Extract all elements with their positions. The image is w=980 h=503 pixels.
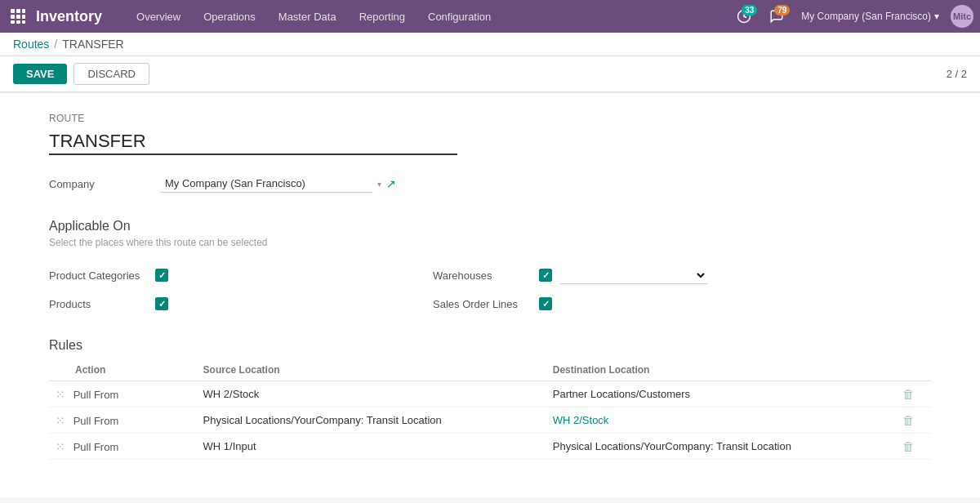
main-content: Route Company My Company (San Francisco)… [0, 92, 980, 497]
nav-operations[interactable]: Operations [194, 7, 265, 26]
rule-delete-cell: 🗑 [896, 434, 931, 460]
products-label: Products [49, 298, 147, 310]
applicable-on-subtitle: Select the places where this route can b… [49, 237, 931, 248]
col-header-action: Action [49, 359, 197, 381]
svg-rect-5 [22, 15, 25, 19]
col-header-actions [896, 359, 931, 381]
products-row: Products [49, 296, 400, 312]
app-title: Inventory [36, 8, 102, 25]
warehouse-dropdown[interactable] [560, 266, 707, 284]
chat-badge-button[interactable]: 79 [764, 5, 790, 28]
sales-order-lines-label: Sales Order Lines [433, 298, 531, 310]
product-categories-checkbox[interactable] [155, 269, 168, 282]
company-external-link-icon[interactable]: ↗ [386, 177, 396, 190]
rule-action[interactable]: Pull From [74, 441, 119, 453]
route-field-group: Route [49, 113, 931, 155]
company-select-arrow-icon: ▾ [377, 180, 381, 189]
delete-rule-icon[interactable]: 🗑 [902, 387, 915, 401]
clock-badge-button[interactable]: 33 [731, 5, 757, 28]
svg-rect-6 [11, 20, 15, 24]
nav-configuration[interactable]: Configuration [418, 7, 501, 26]
record-nav: 2 / 2 [947, 68, 967, 80]
rule-drag-action-cell: ⁙ Pull From [49, 407, 197, 434]
company-dropdown-icon: ▾ [934, 11, 939, 22]
warehouses-checkbox[interactable] [539, 269, 552, 282]
breadcrumb-current: TRANSFER [62, 38, 123, 51]
rules-title: Rules [49, 338, 931, 353]
user-avatar[interactable]: Mitc [951, 5, 973, 28]
drag-handle-icon[interactable]: ⁙ [56, 414, 65, 427]
col-header-source: Source Location [197, 359, 546, 381]
nav-right: 33 79 My Company (San Francisco) ▾ Mitc [731, 5, 973, 28]
rule-source-location: WH 2/Stock [197, 381, 546, 407]
delete-rule-icon[interactable]: 🗑 [902, 439, 915, 453]
svg-rect-3 [11, 15, 15, 19]
company-select[interactable]: My Company (San Francisco) [160, 175, 372, 193]
svg-rect-7 [16, 20, 20, 24]
rule-delete-cell: 🗑 [896, 381, 931, 407]
table-row: ⁙ Pull From Physical Locations/YourCompa… [49, 407, 931, 434]
svg-rect-2 [22, 9, 25, 13]
rule-destination-location: Partner Locations/Customers [546, 381, 896, 407]
clock-badge: 33 [742, 5, 757, 16]
breadcrumb-separator: / [54, 38, 57, 51]
nav-items: Overview Operations Master Data Reportin… [127, 7, 731, 26]
discard-button[interactable]: DISCARD [74, 63, 149, 85]
product-categories-label: Product Categories [49, 269, 147, 282]
rule-destination-location: WH 2/Stock [546, 407, 896, 434]
delete-rule-icon[interactable]: 🗑 [902, 413, 915, 427]
rules-section: Rules Action Source Location Destination… [49, 338, 931, 460]
sales-order-lines-row: Sales Order Lines [433, 296, 784, 312]
company-selector[interactable]: My Company (San Francisco) ▾ [796, 9, 944, 24]
action-bar: SAVE DISCARD 2 / 2 [0, 56, 980, 92]
drag-handle-icon[interactable]: ⁙ [56, 440, 65, 453]
table-row: ⁙ Pull From WH 2/Stock Partner Locations… [49, 381, 931, 407]
rule-destination-location: Physical Locations/YourCompany: Transit … [546, 434, 896, 460]
company-select-wrap: My Company (San Francisco) ▾ ↗ [160, 175, 396, 193]
rule-source-location: Physical Locations/YourCompany: Transit … [197, 407, 546, 434]
product-categories-row: Product Categories [49, 265, 400, 286]
warehouses-row: Warehouses [433, 265, 784, 286]
save-button[interactable]: SAVE [13, 64, 67, 84]
drag-handle-icon[interactable]: ⁙ [56, 388, 65, 401]
breadcrumb-parent[interactable]: Routes [13, 38, 49, 51]
svg-rect-8 [22, 20, 25, 24]
company-field-group: Company My Company (San Francisco) ▾ ↗ [49, 175, 931, 193]
rule-delete-cell: 🗑 [896, 407, 931, 434]
nav-reporting[interactable]: Reporting [350, 7, 415, 26]
nav-overview[interactable]: Overview [127, 7, 190, 26]
table-row: ⁙ Pull From WH 1/Input Physical Location… [49, 434, 931, 460]
svg-rect-1 [16, 9, 20, 13]
rule-drag-action-cell: ⁙ Pull From [49, 381, 197, 407]
svg-rect-0 [11, 9, 15, 13]
rule-source-location: WH 1/Input [197, 434, 546, 460]
rule-action[interactable]: Pull From [74, 389, 119, 401]
rules-table: Action Source Location Destination Locat… [49, 359, 931, 460]
top-navigation: Inventory Overview Operations Master Dat… [0, 0, 980, 33]
route-name-input[interactable] [49, 129, 457, 155]
breadcrumb: Routes / TRANSFER [0, 33, 980, 56]
products-checkbox[interactable] [155, 297, 168, 310]
warehouses-label: Warehouses [433, 269, 531, 282]
rules-table-header: Action Source Location Destination Locat… [49, 359, 931, 381]
applicable-on-title: Applicable On [49, 219, 931, 234]
company-label: Company [49, 178, 147, 190]
applicable-on-grid: Product Categories Warehouses Products S… [49, 265, 784, 312]
route-field-label: Route [49, 113, 931, 124]
rule-drag-action-cell: ⁙ Pull From [49, 434, 197, 460]
rule-action[interactable]: Pull From [74, 415, 119, 427]
chat-badge: 79 [774, 5, 790, 16]
sales-order-lines-checkbox[interactable] [539, 297, 552, 310]
svg-rect-4 [16, 15, 20, 19]
col-header-dest: Destination Location [546, 359, 896, 381]
company-name: My Company (San Francisco) [801, 11, 931, 22]
nav-master-data[interactable]: Master Data [269, 7, 346, 26]
app-grid-icon[interactable] [7, 5, 29, 28]
